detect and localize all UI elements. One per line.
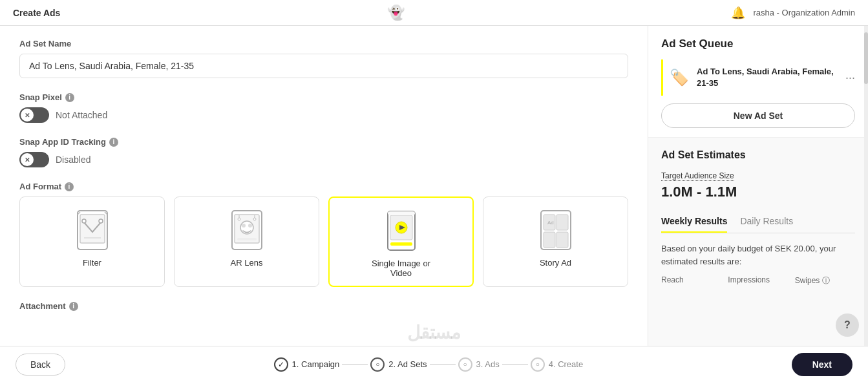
snap-app-id-info-icon[interactable]: i [109, 138, 118, 147]
user-label: rasha - Organization Admin [753, 8, 855, 17]
new-ad-set-button[interactable]: New Ad Set [661, 103, 855, 128]
snap-pixel-toggle[interactable]: ✕ [19, 107, 49, 123]
estimates-title: Ad Set Estimates [661, 149, 855, 161]
ad-format-info-icon[interactable]: i [65, 182, 74, 191]
snap-app-id-section: Snap App ID Tracking i ✕ Disabled [19, 137, 628, 167]
snap-pixel-section: Snap Pixel i ✕ Not Attached [19, 92, 628, 123]
attachment-section: Attachment i [19, 301, 628, 311]
estimates-description: Based on your daily budget of SEK 20.00,… [661, 242, 855, 268]
tab-weekly-results[interactable]: Weekly Results [661, 211, 727, 233]
step-create: ○ 4. Create [531, 357, 583, 372]
step-1-circle: ✓ [274, 357, 288, 372]
page-title: Create Ads [13, 8, 60, 18]
notification-icon[interactable]: 🔔 [731, 6, 745, 20]
queue-item-name: Ad To Lens, Saudi Arabia, Female, 21-35 [697, 66, 838, 89]
svg-rect-21 [390, 242, 412, 246]
filter-icon [73, 207, 112, 253]
next-button[interactable]: Next [792, 353, 852, 376]
svg-point-12 [238, 218, 240, 220]
step-adsets: ○ 2. Ad Sets [370, 357, 427, 372]
single-image-video-label: Single Image orVideo [372, 259, 430, 278]
queue-section: Ad Set Queue 🏷️ Ad To Lens, Saudi Arabia… [648, 26, 868, 138]
step-1-label: 1. Campaign [292, 359, 340, 369]
ad-set-name-section: Ad Set Name [19, 39, 628, 78]
step-line-1 [342, 364, 368, 365]
target-audience-size-value: 1.0M - 1.1M [661, 184, 855, 200]
snap-logo: 👻 [387, 5, 405, 21]
story-ad-icon: Ad [536, 207, 575, 253]
queue-title: Ad Set Queue [661, 37, 855, 50]
ad-format-label: Ad Format i [19, 182, 628, 191]
help-button[interactable]: ? [836, 313, 859, 337]
estimates-columns: Reach Impressions Swipes ⓘ [661, 275, 855, 286]
svg-point-2 [82, 219, 86, 223]
single-image-video-icon [382, 208, 421, 253]
attachment-label: Attachment i [19, 301, 628, 311]
ad-set-name-input[interactable] [19, 54, 628, 78]
step-4-label: 4. Create [549, 359, 583, 369]
svg-point-11 [248, 224, 252, 228]
step-ads: ○ 3. Ads [458, 357, 500, 372]
step-3-circle: ○ [458, 357, 472, 372]
step-line-2 [430, 364, 456, 365]
snap-app-id-status: Disabled [56, 154, 90, 165]
format-card-filter[interactable]: Filter [19, 196, 165, 287]
right-panel: Ad Set Queue 🏷️ Ad To Lens, Saudi Arabia… [648, 26, 868, 346]
results-tabs: Weekly Results Daily Results [661, 211, 855, 233]
step-line-3 [502, 364, 528, 365]
format-card-ar-lens[interactable]: AR Lens [174, 196, 319, 287]
queue-item-text: Ad To Lens, Saudi Arabia, Female, 21-35 [697, 66, 838, 89]
col-swipes: Swipes ⓘ [795, 275, 855, 286]
back-button[interactable]: Back [16, 354, 65, 376]
toggle-knob: ✕ [21, 109, 34, 122]
ar-lens-icon [228, 207, 266, 253]
ad-format-grid: Filter [19, 196, 628, 287]
format-card-single-image-video[interactable]: Single Image orVideo [328, 196, 474, 287]
svg-text:Ad: Ad [547, 220, 554, 226]
ad-format-section: Ad Format i [19, 182, 628, 287]
snap-app-id-toggle[interactable]: ✕ [19, 152, 49, 167]
svg-rect-16 [237, 238, 257, 240]
estimates-section: Ad Set Estimates Target Audience Size 1.… [648, 138, 868, 298]
step-2-label: 2. Ad Sets [388, 359, 427, 369]
col-impressions: Impressions [728, 275, 788, 286]
top-bar: Create Ads 👻 🔔 rasha - Organization Admi… [0, 0, 868, 26]
tab-daily-results[interactable]: Daily Results [740, 211, 793, 233]
scrollbar-thumb [864, 32, 868, 84]
svg-point-3 [99, 219, 103, 223]
snap-pixel-status: Not Attached [56, 110, 107, 120]
ar-lens-label: AR Lens [231, 258, 263, 268]
svg-rect-22 [388, 211, 415, 215]
toggle-knob-2: ✕ [21, 153, 34, 166]
step-3-label: 3. Ads [476, 359, 500, 369]
svg-point-13 [253, 218, 256, 220]
attachment-info-icon[interactable]: i [69, 302, 78, 311]
bottom-bar: Back ✓ 1. Campaign ○ 2. Ad Sets ○ 3. Ads [0, 346, 868, 382]
snap-app-id-toggle-row: ✕ Disabled [19, 152, 628, 167]
queue-item: 🏷️ Ad To Lens, Saudi Arabia, Female, 21-… [661, 59, 855, 96]
snap-pixel-label: Snap Pixel i [19, 92, 628, 102]
filter-label: Filter [83, 258, 101, 268]
queue-more-button[interactable]: ··· [845, 71, 855, 85]
col-reach: Reach [661, 275, 721, 286]
svg-rect-26 [544, 232, 555, 248]
svg-rect-25 [556, 215, 568, 230]
snap-app-id-label: Snap App ID Tracking i [19, 137, 628, 147]
snap-pixel-toggle-row: ✕ Not Attached [19, 107, 628, 123]
scrollbar-track [864, 26, 868, 346]
svg-point-10 [242, 224, 246, 228]
queue-item-icon: 🏷️ [670, 69, 689, 87]
ad-set-name-label: Ad Set Name [19, 39, 628, 48]
step-4-circle: ○ [531, 357, 545, 372]
step-campaign: ✓ 1. Campaign [274, 357, 340, 372]
format-card-story-ad[interactable]: Ad Story Ad [483, 196, 628, 287]
story-ad-label: Story Ad [540, 258, 571, 268]
step-navigation: ✓ 1. Campaign ○ 2. Ad Sets ○ 3. Ads ○ 4.… [274, 357, 584, 372]
snap-pixel-info-icon[interactable]: i [65, 93, 74, 102]
step-2-circle: ○ [370, 357, 385, 372]
svg-rect-27 [556, 232, 568, 248]
main-layout: Ad Set Name Snap Pixel i ✕ Not Attached … [0, 26, 868, 346]
target-audience-size-label: Target Audience Size [661, 171, 734, 181]
left-panel: Ad Set Name Snap Pixel i ✕ Not Attached … [0, 26, 648, 346]
